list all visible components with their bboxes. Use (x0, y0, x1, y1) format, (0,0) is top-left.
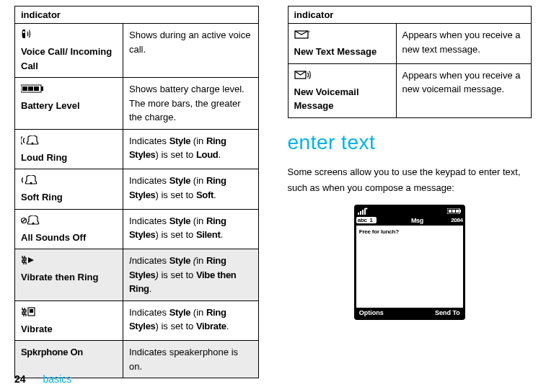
svg-rect-20 (449, 210, 452, 213)
battery-status-icon (447, 208, 462, 214)
voice-call-label: Voice Call/ Incoming Call (21, 45, 117, 73)
phone-title-msg: Msg (405, 217, 423, 224)
battery-level-icon (21, 82, 44, 97)
all-sounds-off-icon (21, 214, 40, 229)
svg-rect-3 (28, 86, 33, 91)
vibrate-icon (21, 306, 37, 321)
soft-ring-desc: Indicates Style (in Ring Styles) is set … (123, 169, 259, 210)
svg-rect-2 (22, 86, 27, 91)
new-voicemail-message-icon (294, 68, 312, 84)
svg-rect-19 (459, 210, 461, 213)
svg-rect-16 (362, 210, 364, 215)
vibrate-label: Vibrate (21, 322, 117, 337)
signal-icon (358, 208, 368, 215)
indicator-table-right: indicator New Text Message Appears when … (288, 6, 532, 118)
svg-rect-17 (364, 208, 366, 215)
speakerphone-on-label: Spkrphone On (21, 347, 83, 357)
phone-left-softkey: Options (359, 309, 384, 316)
phone-mockup: abc 1 Msg 2084 Free for lunch? Options S… (354, 205, 465, 320)
new-voicemail-message-desc: Appears when you receive a new voicemail… (396, 63, 532, 117)
indicator-table-left: indicator Voice Call/ Incoming Call Show… (14, 6, 259, 378)
svg-point-6 (30, 182, 32, 184)
battery-level-desc: Shows battery charge level. The more bar… (123, 78, 259, 130)
voice-call-desc: Shows during an active voice call. (123, 24, 259, 78)
phone-char-count: 2084 (451, 217, 463, 223)
svg-rect-1 (41, 86, 43, 91)
new-text-message-label: New Text Message (294, 45, 390, 59)
indicator-header-right: indicator (288, 6, 532, 24)
page-footer: 24 basics (14, 373, 71, 385)
loud-ring-desc: Indicates Style (in Ring Styles) is set … (123, 129, 259, 169)
page-number: 24 (14, 373, 26, 385)
all-sounds-off-label: All Sounds Off (21, 231, 117, 245)
vibrate-then-ring-label: Vibrate then Ring (21, 270, 117, 285)
input-mode-indicator: abc 1 (356, 217, 377, 223)
all-sounds-off-desc: Indicates Style (in Ring Styles) is set … (123, 209, 259, 249)
svg-rect-15 (360, 211, 361, 215)
vibrate-desc: Indicates Style (in Ring Styles) is set … (123, 300, 259, 341)
svg-point-9 (32, 222, 35, 224)
new-text-message-desc: Appears when you receive a new text mess… (396, 24, 532, 64)
voice-call-icon (21, 28, 34, 43)
indicator-header-left: indicator (15, 6, 259, 24)
enter-text-body: Some screens allow you to use the keypad… (288, 164, 532, 196)
svg-rect-21 (452, 210, 455, 213)
phone-right-softkey: Send To (435, 309, 460, 316)
loud-ring-icon (21, 134, 40, 149)
loud-ring-label: Loud Ring (21, 151, 117, 165)
vibrate-then-ring-icon (21, 254, 35, 269)
soft-ring-label: Soft Ring (21, 190, 117, 205)
soft-ring-icon (21, 174, 38, 189)
svg-rect-22 (456, 210, 459, 213)
speakerphone-on-desc: Indicates speakerphone is on. (123, 341, 259, 378)
svg-rect-11 (30, 309, 33, 313)
new-text-message-icon (294, 28, 310, 43)
svg-rect-4 (34, 86, 39, 91)
new-voicemail-message-label: New Voicemail Message (294, 85, 390, 113)
footer-section: basics (43, 373, 71, 385)
enter-text-heading: enter text (288, 131, 532, 154)
svg-line-8 (22, 218, 26, 222)
svg-point-5 (32, 142, 34, 144)
battery-level-label: Battery Level (21, 99, 117, 113)
vibrate-then-ring-desc: Indicates Style (in Ring Styles) is set … (123, 249, 259, 301)
svg-rect-14 (358, 213, 359, 215)
phone-text-area: Free for lunch? (356, 226, 463, 308)
